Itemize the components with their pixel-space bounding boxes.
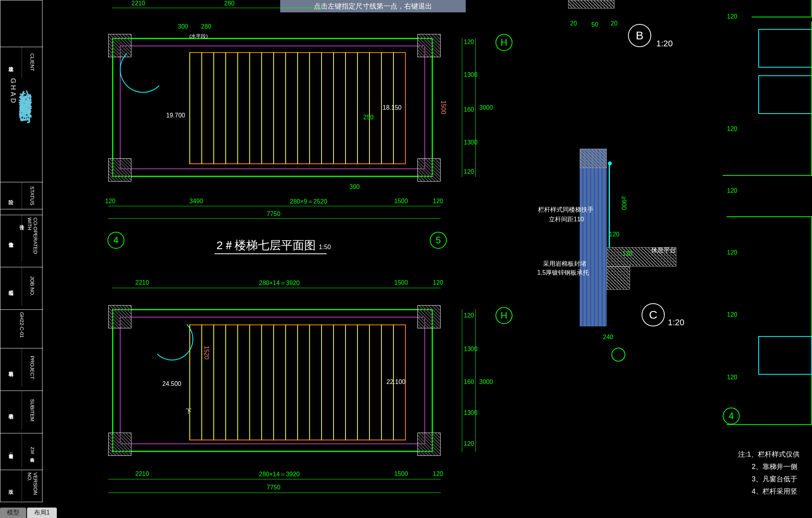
plan2-grid-h: H <box>495 307 512 324</box>
plan2-grid-h-label: H <box>500 310 507 321</box>
plan2-dimline-bot2 <box>108 493 441 493</box>
tb-subitem: 子项名称 SUBITEM <box>0 391 43 429</box>
plan2-bot-120: 120 <box>433 470 443 477</box>
tb-ver-l: 版次 <box>0 470 22 501</box>
plan2-r-120b: 120 <box>464 440 474 447</box>
plan2-door <box>151 318 193 360</box>
tab-bar: 模型 布局1 <box>0 508 58 518</box>
detail-c-wall <box>580 149 607 326</box>
sec-120-4: 120 <box>727 249 737 256</box>
detail-b-50: 50 <box>591 21 598 28</box>
detail-b-scale: 1:20 <box>656 39 673 49</box>
plan2-r-1300b: 1300 <box>464 409 478 416</box>
section-grid-4: 4 <box>723 408 740 425</box>
grid-5-label: 5 <box>436 235 441 246</box>
plan1-dim-300: 300 <box>178 23 188 30</box>
detail-c-120v: 120 <box>622 250 633 257</box>
tb-design-no: 设计号 <box>0 209 43 232</box>
section-box3 <box>727 216 812 425</box>
detail-c-120h: 120 <box>609 231 620 238</box>
tb-sub-l: 子项名称 <box>0 391 22 429</box>
plan1-dimline-bot2 <box>108 218 441 219</box>
plan2-dimline-bot1 <box>108 479 441 479</box>
plan1-bot-1500: 1500 <box>394 198 408 205</box>
grid-4-label: 4 <box>113 235 118 246</box>
tb-dwg: 全标段一般住宅楼设计图 <box>0 433 22 468</box>
detail-c-annot3: 采用岩棉板封堵 <box>543 260 586 268</box>
detail-b-20l: 20 <box>570 20 577 27</box>
plan1-bot-120r: 120 <box>433 198 443 205</box>
tb-job-val: GH22-C-01 <box>0 309 43 340</box>
sec-120-2: 120 <box>727 126 737 132</box>
plan2-col-tl <box>108 305 131 328</box>
plan1-r-120b: 120 <box>464 168 474 175</box>
tab-model[interactable]: 模型 <box>0 508 26 518</box>
tb-client-l: 建设单位 <box>0 47 22 78</box>
plan1-grid-h: H <box>495 34 512 51</box>
plan1-r-1300b: 1300 <box>464 139 478 146</box>
command-prompt: 点击左键指定尺寸线第一点，右键退出 <box>280 0 466 12</box>
sec-120-6: 120 <box>727 374 737 381</box>
detail-c-240: 240 <box>603 334 613 341</box>
plan2-r-1520red: 1520 <box>203 346 210 360</box>
plan2-dimline-top <box>112 288 441 288</box>
plan1-elev-19700: 19.700 <box>166 112 185 119</box>
plan2-bot-2210: 2210 <box>135 470 149 477</box>
plan1-col-tr <box>417 34 441 57</box>
note-1: 1、栏杆样式仅供 <box>747 450 800 458</box>
section-box2 <box>723 21 812 176</box>
plan2-top-120: 120 <box>433 279 443 286</box>
plan2-elev-22100: 22.100 <box>386 379 405 386</box>
plan1-r-1300t: 1300 <box>464 71 478 78</box>
general-notes: 注:1、栏杆样式仅供 2、靠梯井一侧 3、凡窗台低于 4、栏杆采用竖 <box>738 448 800 498</box>
tb-client-r: CLIENT <box>22 47 43 78</box>
detail-c-beam1 <box>580 149 607 168</box>
tb-proj-r: PROJECT <box>22 348 43 387</box>
detail-c-annot5: 休息平台 <box>651 246 676 255</box>
tb-ver-r: VERSION NO. <box>22 470 43 501</box>
plan2-elev-24500: 24.500 <box>162 380 181 387</box>
plan2-bot-7750: 7750 <box>267 484 281 491</box>
plan2-down: 下 <box>186 408 192 416</box>
tb-design-l: 设计号 <box>0 209 43 232</box>
plan1-title-text: 2＃楼梯七层平面图 <box>216 239 316 251</box>
detail-c-annot4: 1.5厚镀锌钢板承托 <box>537 269 589 277</box>
plan1-dim-280a: 280 <box>224 0 235 7</box>
detail-c-grid-empty <box>611 348 625 362</box>
plan1-title: 2＃楼梯七层平面图 1:50 <box>216 238 331 253</box>
detail-c-annot1: 栏杆样式同楼梯扶手 <box>538 206 594 214</box>
detail-c-900: ≥900 <box>620 196 627 210</box>
plan1-dimline-top <box>112 8 325 8</box>
plan1-grid-5: 5 <box>430 232 447 249</box>
section-grid-4-label: 4 <box>729 411 734 421</box>
detail-b-bubble: B <box>628 24 651 47</box>
plan2-dimline-r1 <box>462 309 462 452</box>
plan2-top-2210: 2210 <box>135 279 149 286</box>
detail-c-label: C <box>649 308 657 321</box>
plan1-r-160: 160 <box>464 106 474 113</box>
tb-z3: Z3#自合稿 <box>22 433 43 468</box>
sec-120-5: 120 <box>727 311 737 318</box>
plan2-bot-280x14: 280×14＝3920 <box>259 470 300 479</box>
plan1-dimline-r2 <box>475 38 476 177</box>
plan1-r-1500red: 1500 <box>440 100 447 114</box>
detail-c-bubble: C <box>642 303 665 326</box>
plan1-dim-2210: 2210 <box>131 0 145 7</box>
plan1-elev-18150: 18.150 <box>383 104 402 111</box>
detail-b-label: B <box>636 29 643 42</box>
plan1-grid-4: 4 <box>107 232 124 249</box>
tab-layout1[interactable]: 布局1 <box>27 508 57 518</box>
plan2-r-3000: 3000 <box>479 379 493 386</box>
detail-c-annot2: 立杆间距110 <box>549 216 584 224</box>
notes-prefix: 注: <box>738 450 747 458</box>
plan2-r-1300t: 1300 <box>464 346 478 353</box>
tb-status-l: 阶段 <box>0 182 22 209</box>
tb-proj-l: 项目名称 <box>0 348 22 387</box>
tb-status: 阶段 STATUS <box>0 182 43 209</box>
plan1-scale: 1:50 <box>319 244 331 250</box>
detail-b-block <box>568 0 615 8</box>
tb-dwg-name: 全标段一般住宅楼设计图 Z3#自合稿 <box>0 433 43 468</box>
plan2-r-160: 160 <box>464 379 474 386</box>
tb-job-v: GH22-C-01 <box>0 310 43 340</box>
plan2-col-br <box>417 433 441 456</box>
